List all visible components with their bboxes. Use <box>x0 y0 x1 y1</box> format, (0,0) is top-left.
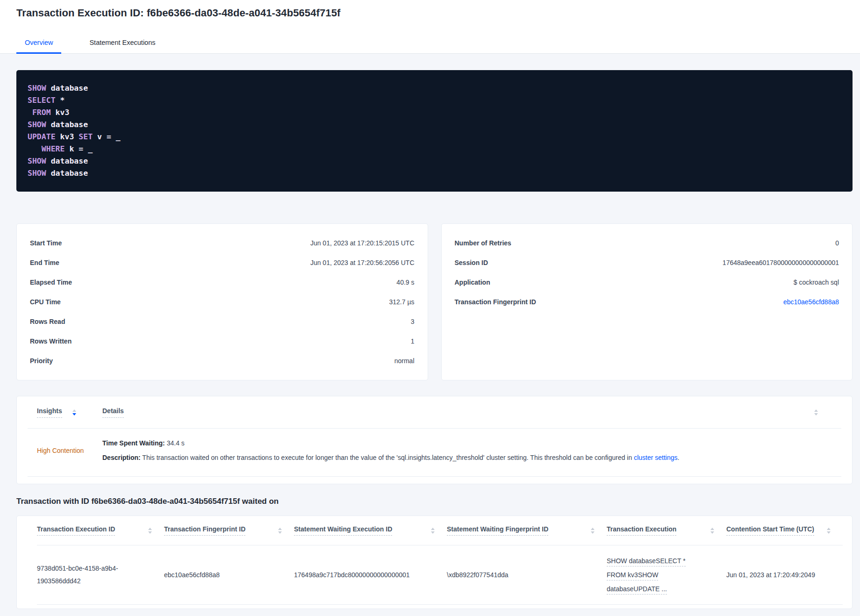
column-header-label: Transaction Fingerprint ID <box>164 525 245 536</box>
column-header-label: Statement Waiting Execution ID <box>294 525 392 536</box>
cell-transaction-fingerprint-id: ebc10ae56cfd88a8 <box>164 569 294 581</box>
transaction-execution-line: SHOW databaseSELECT * <box>607 557 686 566</box>
tab-statement-executions[interactable]: Statement Executions <box>81 39 164 54</box>
cell-contention-start-time: Jun 01, 2023 at 17:20:49:2049 <box>726 569 843 581</box>
column-header-label: Statement Waiting Fingerprint ID <box>447 525 548 536</box>
summary-label: CPU Time <box>30 298 61 306</box>
waited-on-heading: Transaction with ID f6be6366-da03-48de-a… <box>16 497 853 506</box>
insight-details: Time Spent Waiting: 34.4 s Description: … <box>102 436 841 465</box>
summary-row: Rows Read3 <box>30 312 415 331</box>
tab-bar: Overview Statement Executions <box>16 39 164 54</box>
summary-label: Start Time <box>30 239 62 247</box>
insights-card: Insights Details High Contention Time Sp… <box>16 396 853 484</box>
sort-icon[interactable] <box>278 528 282 534</box>
sql-line: SHOW database <box>28 119 841 131</box>
summary-row: Number of Retries0 <box>455 233 839 253</box>
summary-value: 17648a9eea6017800000000000000001 <box>723 259 839 266</box>
column-header-transaction-execution-id[interactable]: Transaction Execution ID <box>37 525 164 536</box>
time-spent-waiting-label: Time Spent Waiting: <box>102 439 165 447</box>
sort-icon[interactable] <box>72 409 76 415</box>
insight-name: High Contention <box>28 447 102 454</box>
insights-table-header: Insights Details <box>28 396 841 429</box>
summary-row: End TimeJun 01, 2023 at 17:20:56:2056 UT… <box>30 253 415 272</box>
summary-value: Jun 01, 2023 at 17:20:56:2056 UTC <box>310 259 415 266</box>
sql-line: UPDATE kv3 SET v = _ <box>28 131 841 143</box>
insights-column-label: Insights <box>37 407 62 418</box>
cell-statement-waiting-execution-id: 176498a9c717bdc80000000000000001 <box>294 569 447 581</box>
transaction-execution-line: FROM kv3SHOW <box>607 571 658 580</box>
summary-value: 312.7 µs <box>389 298 415 306</box>
column-header-label: Transaction Execution <box>607 525 676 536</box>
waited-on-table-header: Transaction Execution IDTransaction Fing… <box>37 516 843 545</box>
summary-label: End Time <box>30 259 59 266</box>
details-column-label[interactable]: Details <box>102 407 124 418</box>
tab-overview[interactable]: Overview <box>16 39 61 54</box>
cell-statement-waiting-fingerprint-id: \xdb8922f077541dda <box>447 569 607 581</box>
description-text: This transaction waited on other transac… <box>141 454 634 461</box>
summary-row: Session ID17648a9eea60178000000000000000… <box>455 253 839 272</box>
summary-value: Jun 01, 2023 at 17:20:15:2015 UTC <box>310 239 415 247</box>
sql-line: SHOW database <box>28 82 841 94</box>
summary-value: $ cockroach sql <box>794 279 839 286</box>
summary-label: Priority <box>30 357 53 365</box>
summary-value: normal <box>394 357 415 365</box>
insight-row: High Contention Time Spent Waiting: 34.4… <box>28 429 841 477</box>
insights-column-header[interactable]: Insights <box>28 407 102 418</box>
sql-line: FROM kv3 <box>28 107 841 119</box>
insight-description: Description: This transaction waited on … <box>102 451 832 465</box>
summary-row: CPU Time312.7 µs <box>30 292 415 312</box>
cell-transaction-execution-link[interactable]: SHOW databaseSELECT * FROM kv3SHOW datab… <box>607 554 726 596</box>
waited-on-table-row: 9738d051-bc0e-4158-a9b4-1903586ddd42 ebc… <box>37 545 843 605</box>
session-summary-card: Number of Retries0Session ID17648a9eea60… <box>441 223 853 380</box>
summary-row: Elapsed Time40.9 s <box>30 272 415 292</box>
column-header-contention-start-time-utc[interactable]: Contention Start Time (UTC) <box>726 525 843 536</box>
sql-line: WHERE k = _ <box>28 143 841 155</box>
summary-value: 3 <box>411 318 415 325</box>
transaction-fingerprint-link[interactable]: ebc10ae56cfd88a8 <box>783 298 839 306</box>
column-header-transaction-fingerprint-id[interactable]: Transaction Fingerprint ID <box>164 525 294 536</box>
cell-transaction-execution-id: 9738d051-bc0e-4158-a9b4-1903586ddd42 <box>37 562 133 587</box>
details-column-header: Details <box>102 407 841 418</box>
sort-icon[interactable] <box>814 409 818 415</box>
summary-label: Transaction Fingerprint ID <box>455 298 536 306</box>
sort-icon[interactable] <box>591 528 595 534</box>
column-header-label: Transaction Execution ID <box>37 525 115 536</box>
description-suffix: . <box>678 454 680 461</box>
page-content: SHOW databaseSELECT * FROM kv3SHOW datab… <box>0 70 860 609</box>
time-spent-waiting: Time Spent Waiting: 34.4 s <box>102 436 832 451</box>
transaction-execution-line: databaseUPDATE ... <box>607 585 667 595</box>
description-label: Description: <box>102 454 141 461</box>
summary-label: Session ID <box>455 259 488 266</box>
summary-row: Transaction Fingerprint IDebc10ae56cfd88… <box>455 292 839 312</box>
column-header-transaction-execution[interactable]: Transaction Execution <box>607 525 726 536</box>
column-header-statement-waiting-execution-id[interactable]: Statement Waiting Execution ID <box>294 525 447 536</box>
sql-statements-box: SHOW databaseSELECT * FROM kv3SHOW datab… <box>16 70 853 192</box>
summary-label: Application <box>455 279 490 286</box>
summary-row: Rows Written1 <box>30 331 415 351</box>
page-title: Transaction Execution ID: f6be6366-da03-… <box>16 0 860 19</box>
summary-value: 40.9 s <box>396 279 414 286</box>
waited-on-table-card: Transaction Execution IDTransaction Fing… <box>16 516 853 609</box>
summary-label: Rows Written <box>30 337 72 345</box>
sort-icon[interactable] <box>827 528 831 534</box>
sort-icon[interactable] <box>148 528 152 534</box>
time-spent-waiting-value: 34.4 s <box>165 439 185 447</box>
summary-row: Application$ cockroach sql <box>455 272 839 292</box>
summary-label: Rows Read <box>30 318 65 325</box>
column-header-label: Contention Start Time (UTC) <box>726 525 814 536</box>
summary-label: Number of Retries <box>455 239 511 247</box>
sql-line: SHOW database <box>28 155 841 167</box>
page-header: Transaction Execution ID: f6be6366-da03-… <box>0 0 860 54</box>
sort-icon[interactable] <box>431 528 435 534</box>
column-header-statement-waiting-fingerprint-id[interactable]: Statement Waiting Fingerprint ID <box>447 525 607 536</box>
summary-row: Start TimeJun 01, 2023 at 17:20:15:2015 … <box>30 233 415 253</box>
summary-cards: Start TimeJun 01, 2023 at 17:20:15:2015 … <box>16 223 853 380</box>
cluster-settings-link[interactable]: cluster settings <box>634 454 677 461</box>
summary-value: 1 <box>411 337 415 345</box>
summary-label: Elapsed Time <box>30 279 72 286</box>
sort-icon[interactable] <box>710 528 714 534</box>
sql-line: SELECT * <box>28 94 841 107</box>
summary-value: 0 <box>835 239 839 247</box>
summary-row: Prioritynormal <box>30 351 415 371</box>
execution-summary-card: Start TimeJun 01, 2023 at 17:20:15:2015 … <box>16 223 428 380</box>
